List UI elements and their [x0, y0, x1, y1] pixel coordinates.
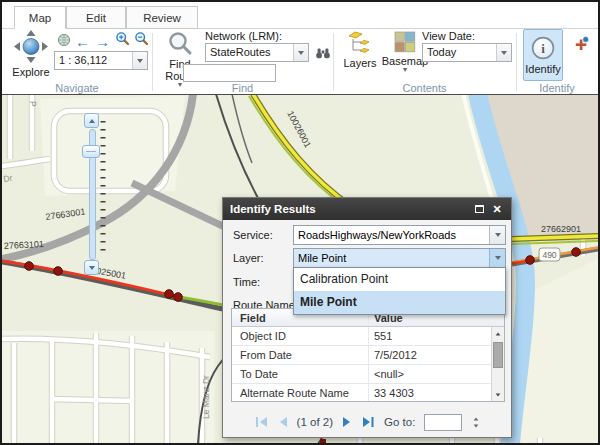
- route-label: 27663101: [4, 239, 45, 251]
- point-feature: [320, 439, 326, 443]
- identify-icon: i: [530, 35, 556, 63]
- maximize-button[interactable]: [472, 202, 486, 216]
- identify-route-location-button[interactable]: [572, 37, 589, 54]
- layer-label: Layer:: [233, 252, 264, 264]
- up-arrow-icon: [89, 119, 95, 123]
- goto-input[interactable]: [424, 414, 462, 431]
- service-combo-arrow[interactable]: [489, 226, 505, 244]
- svg-text:i: i: [541, 41, 545, 56]
- zoom-slider-handle[interactable]: [82, 145, 100, 158]
- network-lrm-label: Network (LRM):: [205, 30, 282, 42]
- search-routes-button[interactable]: [314, 45, 331, 62]
- map-canvas[interactable]: 490 27663001 27663101 27025001 10026001 …: [2, 94, 598, 443]
- svg-text:490: 490: [542, 250, 556, 260]
- service-combo[interactable]: RoadsHighways/NewYorkRoads: [293, 225, 506, 245]
- up-arrow-icon: [496, 332, 501, 335]
- column-header-field: Field: [240, 312, 266, 324]
- scrollbar-thumb[interactable]: [493, 342, 503, 368]
- previous-page-button[interactable]: [277, 416, 288, 428]
- find-route-icon: [167, 30, 193, 58]
- table-row[interactable]: From Date 7/5/2012: [232, 346, 491, 365]
- zoom-in-icon: [115, 31, 130, 50]
- table-row[interactable]: Object ID 551: [232, 327, 491, 346]
- down-arrow-icon: [89, 266, 95, 270]
- network-combo[interactable]: StateRoutes: [205, 43, 309, 62]
- cell-field: Object ID: [240, 330, 286, 342]
- dropdown-option-mile-point[interactable]: Mile Point: [294, 291, 505, 314]
- scale-combo-arrow[interactable]: [132, 52, 147, 69]
- chevron-down-icon: [137, 59, 143, 63]
- layer-combo-arrow[interactable]: [489, 249, 505, 267]
- table-scrollbar[interactable]: [491, 327, 504, 401]
- identify-button[interactable]: i Identify: [523, 29, 563, 81]
- goto-label: Go to:: [384, 416, 415, 428]
- zoom-out-button[interactable]: [133, 32, 150, 49]
- scroll-down-button[interactable]: [492, 388, 504, 401]
- view-date-label: View Date:: [422, 30, 475, 42]
- down-arrow-icon: [496, 393, 501, 396]
- close-button[interactable]: ✕: [490, 202, 504, 216]
- scale-combo[interactable]: 1 : 36,112: [54, 51, 148, 70]
- service-label: Service:: [233, 229, 273, 241]
- forward-extent-button[interactable]: →: [94, 33, 111, 50]
- page-indicator: (1 of 2): [297, 416, 333, 428]
- time-label: Time:: [233, 276, 260, 288]
- full-extent-button[interactable]: [55, 33, 72, 50]
- pagination-bar: (1 of 2) Go to:: [223, 412, 511, 432]
- binoculars-icon: [315, 45, 331, 63]
- scale-value: 1 : 36,112: [55, 52, 132, 69]
- zoom-slider-up-button[interactable]: [84, 113, 99, 128]
- cell-value: <null>: [374, 368, 404, 380]
- maximize-icon: [475, 205, 484, 213]
- land-patch: [2, 331, 214, 443]
- last-page-icon: [362, 416, 375, 428]
- explore-icon: [13, 30, 49, 66]
- back-extent-button[interactable]: ←: [74, 33, 91, 50]
- explore-button[interactable]: Explore: [8, 30, 54, 88]
- cell-value: 551: [374, 330, 392, 342]
- route-label: 27662901: [541, 224, 581, 234]
- view-date-combo-arrow[interactable]: [496, 44, 511, 61]
- route-input[interactable]: [183, 64, 276, 82]
- zoom-out-icon: [134, 31, 149, 50]
- street-label: Le Manz Dr: [201, 375, 211, 419]
- last-page-button[interactable]: [362, 416, 375, 428]
- layers-button[interactable]: Layers: [340, 31, 380, 87]
- cell-value: 7/5/2012: [374, 349, 417, 361]
- next-page-icon: [342, 416, 353, 428]
- dialog-title: Identify Results: [230, 203, 316, 215]
- goto-spinner[interactable]: [473, 417, 479, 428]
- layer-value: Mile Point: [294, 249, 489, 267]
- layers-icon: [348, 31, 372, 57]
- close-icon: ✕: [492, 203, 501, 216]
- identify-results-dialog: Identify Results ✕ Service: RoadsHighway…: [222, 197, 512, 438]
- view-date-combo[interactable]: Today: [422, 43, 512, 62]
- dropdown-option-calibration-point[interactable]: Calibration Point: [294, 268, 505, 291]
- explore-label: Explore: [12, 66, 49, 78]
- street-label: P: [28, 101, 38, 107]
- network-combo-arrow[interactable]: [293, 44, 308, 61]
- cell-field: To Date: [240, 368, 278, 380]
- tab-edit[interactable]: Edit: [66, 6, 126, 29]
- tab-review[interactable]: Review: [126, 6, 198, 29]
- chevron-down-icon: [495, 233, 501, 237]
- tab-map[interactable]: Map: [14, 6, 66, 29]
- zoom-in-button[interactable]: [114, 32, 131, 49]
- table-row[interactable]: Alternate Route Name 33 4303: [232, 384, 491, 402]
- spinner-down-icon: [474, 424, 479, 427]
- table-row[interactable]: To Date <null>: [232, 365, 491, 384]
- layers-label: Layers: [343, 57, 376, 69]
- app-window: Map Edit Review Explore: [0, 0, 600, 445]
- first-page-button[interactable]: [255, 416, 268, 428]
- chevron-down-icon: ▾: [403, 67, 407, 73]
- first-page-icon: [255, 416, 268, 428]
- basemap-icon: [394, 31, 416, 55]
- scroll-up-button[interactable]: [492, 327, 504, 340]
- layer-combo[interactable]: Mile Point: [293, 248, 506, 268]
- zoom-slider-down-button[interactable]: [84, 260, 99, 275]
- previous-page-icon: [277, 416, 288, 428]
- chevron-down-icon: [501, 51, 507, 55]
- dialog-titlebar[interactable]: Identify Results ✕: [223, 198, 511, 220]
- next-page-button[interactable]: [342, 416, 353, 428]
- globe-icon: [57, 33, 71, 51]
